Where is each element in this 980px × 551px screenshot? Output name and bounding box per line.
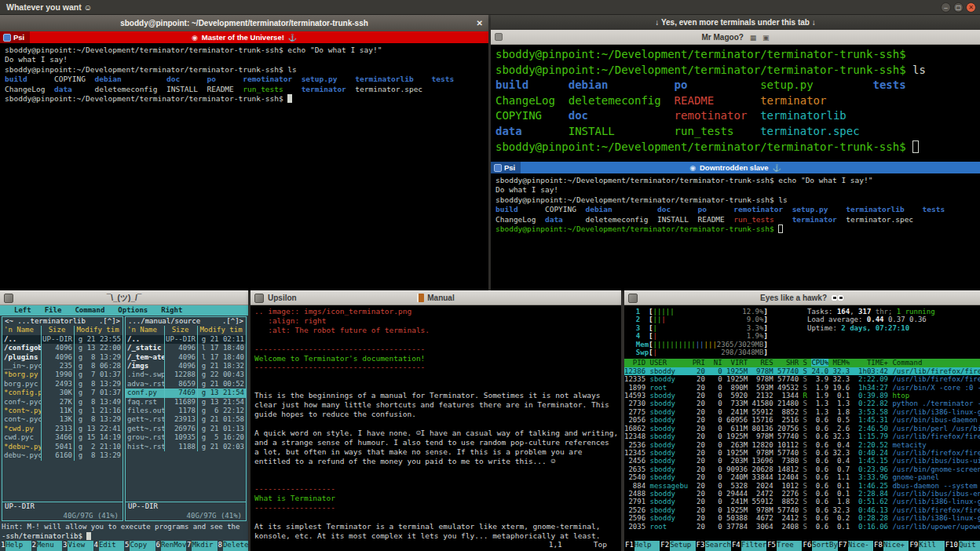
process-row[interactable]: 884 messagebu 20 0 5328 2024 1012 S 0.6 … [624,482,980,490]
window-titlebar[interactable]: sboddy@pinpoint: ~/Development/terminato… [0,15,488,31]
file-row[interactable]: *debu~.py5041g 2 21:10 [2,443,122,451]
fkey-quit[interactable]: F10Quit [945,541,980,551]
menu-left[interactable]: Left [14,306,31,315]
window-titlebar[interactable]: ↓ Yes, even more terminals under this ta… [491,15,980,30]
fkey-setup[interactable]: F2Setup [660,541,695,551]
file-row[interactable]: /imgs4096g 21 18:32 [126,362,246,370]
process-row[interactable]: 2635 sboddy 20 0 90936 20628 14812 S 0.6… [624,465,980,473]
process-row[interactable]: 2056 sboddy 20 0 60956 15716 2516 S 0.6 … [624,416,980,424]
fkey-kill[interactable]: F9Kill [909,541,944,551]
fkey-view[interactable]: 3View [62,541,93,551]
column-size[interactable]: Size [164,326,197,334]
panel-marker[interactable]: .[^]> [222,317,243,326]
fkey-filter[interactable]: F4Filter [731,541,766,551]
column-mtime[interactable]: Modify tim [197,326,246,334]
process-row[interactable]: 12335 sboddy 20 0 1925M 978M 57740 S 3.9… [624,375,980,383]
process-row[interactable]: 2791 sboddy 20 0 241M 55912 8852 S 0.6 1… [624,498,980,505]
process-row[interactable]: 12348 sboddy 20 0 1925M 978M 57740 S 0.6… [624,432,980,440]
fkey-mkdir[interactable]: 7Mkdir [186,541,218,551]
minimize-button[interactable]: – [941,2,951,13]
file-row[interactable]: gett~.rst26976g 21 01:13 [126,425,246,433]
window-titlebar[interactable]: ¯\_(ツ)_/¯ [0,290,248,305]
file-row[interactable]: *cont~.py11Kg 1 21:16 [2,407,122,415]
file-row[interactable]: debu~.pyc6160g 8 13:29 [2,451,122,460]
terminal-master[interactable]: sboddy@pinpoint:~/Development/terminator… [0,43,488,290]
group-chip[interactable]: Psi [491,162,521,173]
fkey-copy[interactable]: 5Copy [124,541,155,551]
file-row[interactable]: /..UP--DIRg 21 23:55 [2,335,122,344]
file-row[interactable]: cwd.pyc3466g 15 14:19 [2,433,122,442]
process-row[interactable]: 2456 sboddy 20 0 203M 13696 7380 S 0.6 0… [624,457,980,465]
group-chip[interactable]: Psi [0,31,30,43]
terminal-titlebar-slave[interactable]: ◉ Downtrodden slave ⚓ Psi [491,162,980,173]
file-row[interactable]: hist~.rst1188g 21 02:03 [126,443,246,451]
column-name[interactable]: 'n Name [2,326,41,334]
file-row[interactable]: /_static4096l 17 18:40 [126,344,246,352]
panel-marker[interactable]: .[^]> [99,317,120,326]
fkey-help[interactable]: F1Help [624,541,660,551]
maximize-button[interactable]: ▢ [953,2,964,13]
menu-right[interactable]: Right [161,306,182,315]
file-row[interactable]: adva~.rst8659g 21 00:52 [126,380,246,389]
process-row[interactable]: 2730 sboddy 20 0 733M 41580 21480 S 1.3 … [624,400,980,407]
panel-path[interactable]: <~ ...terminatorlib .[^]> [2,317,122,326]
fkey-edit[interactable]: 4Edit [93,541,125,551]
menu-file[interactable]: File [45,306,62,315]
file-row[interactable]: conf~.pyc27Kg 8 13:49 [2,398,122,407]
fkey-menu[interactable]: 2Menu [31,541,63,551]
column-name[interactable]: 'n Name [126,326,164,334]
file-row[interactable]: *config.py30Kg 7 01:37 [2,389,122,397]
column-size[interactable]: Size [41,326,74,334]
process-row[interactable]: 2488 sboddy 20 0 29444 2472 2276 S 0.6 0… [624,490,980,498]
process-row[interactable]: 12386 sboddy 20 0 1925M 978M 57740 S 24.… [624,367,980,375]
file-row[interactable]: faq.rst11689g 13 21:54 [126,398,246,407]
column-mtime[interactable]: Modify tim [74,326,122,334]
process-row[interactable]: 2526 sboddy 20 0 1925M 978M 57740 S 0.6 … [624,506,980,514]
process-row[interactable]: 2536 sboddy 20 0 263M 12820 10112 S 0.6 … [624,441,980,449]
file-row[interactable]: *borg.py1990g 7 01:37 [2,370,122,379]
fkey-delete[interactable]: 8Delete [218,541,249,551]
process-row[interactable]: 2596 sboddy 20 0 50388 4672 2412 S 0.6 0… [624,514,980,522]
window-titlebar[interactable]: Eyes like a hawk? [624,290,980,305]
terminal-slave[interactable]: sboddy@pinpoint:~/Development/terminator… [491,173,980,290]
fkey-help[interactable]: 1Help [0,541,31,551]
vim-editor[interactable]: .. image:: imgs/icon_terminator.png :ali… [250,305,621,551]
window-close-icon[interactable]: ✕ [477,15,483,31]
file-row[interactable]: cont~.pyc13Kg 8 13:29 [2,415,122,424]
process-row[interactable]: 2035 root 20 0 37784 3064 2408 S 0.6 0.1… [624,523,980,531]
terminal-magoo[interactable]: sboddy@pinpoint:~/Development/terminator… [491,45,980,162]
file-row[interactable]: conf.py7469g 13 21:54 [126,389,246,397]
panel-path[interactable]: .../manual/source .[^]> [126,317,246,326]
file-row[interactable]: /plugins4096g 8 13:29 [2,353,122,362]
process-row[interactable]: 16862 sboddy 20 0 611M 80136 20756 S 0.6… [624,425,980,432]
fkey-renmov[interactable]: 6RenMov [155,541,187,551]
tab-mr-magoo[interactable]: Mr Magoo? ▦ ▣ [491,33,980,42]
fkey-tree[interactable]: F5Tree [766,541,802,551]
file-row[interactable]: grou~.rst10935g 5 16:20 [126,433,246,442]
htop-app[interactable]: 1 [||||| 12.9%] 2 [||| 9.0%] 3 [| 3.3%] … [624,305,980,551]
process-row[interactable]: 12345 sboddy 20 0 1925M 978M 57740 S 0.6… [624,449,980,457]
close-button[interactable]: ✕ [966,2,976,13]
menu-command[interactable]: Command [75,306,104,315]
process-table-header[interactable]: PID USER PRI NI VIRT RES SHR S CPU% MEM%… [624,359,980,367]
file-row[interactable]: __in~.pyc235g 8 06:28 [2,362,122,370]
column-headers[interactable]: 'n Name Size Modify tim [2,326,122,334]
window-titlebar[interactable]: Upsilon Manual [250,290,621,305]
fkey-nice+[interactable]: F8Nice+ [873,541,909,551]
column-headers[interactable]: 'n Name Size Modify tim [126,326,246,334]
menu-options[interactable]: Options [118,306,148,315]
process-row[interactable]: 1899 root 20 0 890M 593M 49532 S 1.9 19.… [624,384,980,392]
file-row[interactable]: .ind~.swp12288g 22 00:43 [126,370,246,379]
terminal-titlebar-master[interactable]: ◉ Master of the Universe! ⚓ Psi [0,31,488,43]
sort-column[interactable]: CPU% [811,359,828,367]
process-row[interactable]: 14593 sboddy 20 0 5920 2132 1344 R 1.9 0… [624,392,980,400]
file-row[interactable]: /..UP--DIRg 21 02:11 [126,335,246,344]
process-row[interactable]: 2540 sboddy 20 0 240M 33844 12404 S 0.6 … [624,473,980,481]
file-row[interactable]: gett~.rst23913g 21 01:58 [126,415,246,424]
file-row[interactable]: *cwd.py2313g 13 22:41 [2,425,122,433]
process-row[interactable]: 2775 sboddy 20 0 241M 55912 8852 S 1.3 1… [624,408,980,416]
file-row[interactable]: /_tem~ates4096l 17 18:40 [126,353,246,362]
file-row[interactable]: borg.pyc2493g 8 13:29 [2,380,122,389]
command-line[interactable]: -ssh/terminatorlib$ [0,532,248,541]
fkey-search[interactable]: F3Search [696,541,731,551]
